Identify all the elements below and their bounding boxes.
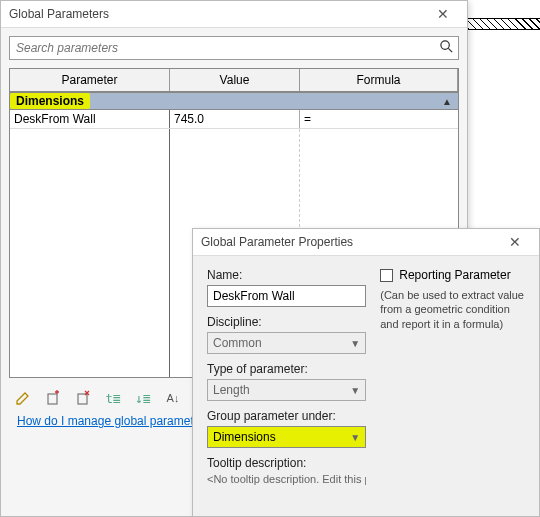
close-icon[interactable]: ✕ <box>499 234 531 250</box>
discipline-label: Discipline: <box>207 315 366 329</box>
props-titlebar: Global Parameter Properties ✕ <box>193 229 539 256</box>
discipline-value: Common <box>213 336 262 350</box>
discipline-combo[interactable]: Common ▼ <box>207 332 366 354</box>
svg-line-1 <box>448 48 452 52</box>
col-parameter[interactable]: Parameter <box>10 69 170 91</box>
col-formula[interactable]: Formula <box>300 69 458 91</box>
name-field[interactable] <box>207 285 366 307</box>
type-label: Type of parameter: <box>207 362 366 376</box>
props-title: Global Parameter Properties <box>201 235 353 249</box>
chevron-down-icon: ▼ <box>350 338 360 349</box>
wall-hatch <box>461 18 540 30</box>
gp-titlebar: Global Parameters ✕ <box>1 1 467 28</box>
col-value[interactable]: Value <box>170 69 300 91</box>
group-value: Dimensions <box>213 430 276 444</box>
gp-title: Global Parameters <box>9 7 109 21</box>
group-label: Group parameter under: <box>207 409 366 423</box>
group-label: Dimensions <box>10 93 90 109</box>
parameter-properties-dialog: Global Parameter Properties ✕ Name: Disc… <box>192 228 540 517</box>
svg-rect-2 <box>48 394 57 404</box>
reporting-checkbox[interactable] <box>380 269 393 282</box>
param-value-cell[interactable]: 745.0 <box>170 110 300 128</box>
search-icon[interactable] <box>434 39 458 57</box>
sort-icon[interactable]: A↓ <box>163 388 183 408</box>
group-dimensions[interactable]: Dimensions ▲ <box>10 92 458 110</box>
search-input[interactable] <box>10 41 434 55</box>
delete-parameter-icon[interactable] <box>73 388 93 408</box>
reporting-label: Reporting Parameter <box>399 268 510 282</box>
tooltip-label: Tooltip description: <box>207 456 366 470</box>
param-name-cell[interactable]: DeskFrom Wall <box>10 110 170 128</box>
group-combo[interactable]: Dimensions ▼ <box>207 426 366 448</box>
param-formula-cell[interactable]: = <box>300 110 458 128</box>
type-combo[interactable]: Length ▼ <box>207 379 366 401</box>
reporting-hint: (Can be used to extract value from a geo… <box>380 288 525 331</box>
move-down-icon[interactable]: ↓≣ <box>133 388 153 408</box>
close-icon[interactable]: ✕ <box>427 6 459 22</box>
name-label: Name: <box>207 268 366 282</box>
svg-rect-3 <box>78 394 87 404</box>
svg-point-0 <box>440 41 448 49</box>
search-parameters-box[interactable] <box>9 36 459 60</box>
chevron-down-icon: ▼ <box>350 432 360 443</box>
drawing-canvas <box>460 0 540 200</box>
reporting-checkbox-row[interactable]: Reporting Parameter <box>380 268 525 282</box>
table-header: Parameter Value Formula <box>10 69 458 92</box>
edit-icon[interactable] <box>13 388 33 408</box>
collapse-icon[interactable]: ▲ <box>442 96 452 107</box>
table-row[interactable]: DeskFrom Wall 745.0 = <box>10 110 458 129</box>
type-value: Length <box>213 383 250 397</box>
tooltip-value: <No tooltip description. Edit this param… <box>207 473 366 485</box>
chevron-down-icon: ▼ <box>350 385 360 396</box>
new-parameter-icon[interactable] <box>43 388 63 408</box>
move-up-icon[interactable]: t≣ <box>103 388 123 408</box>
